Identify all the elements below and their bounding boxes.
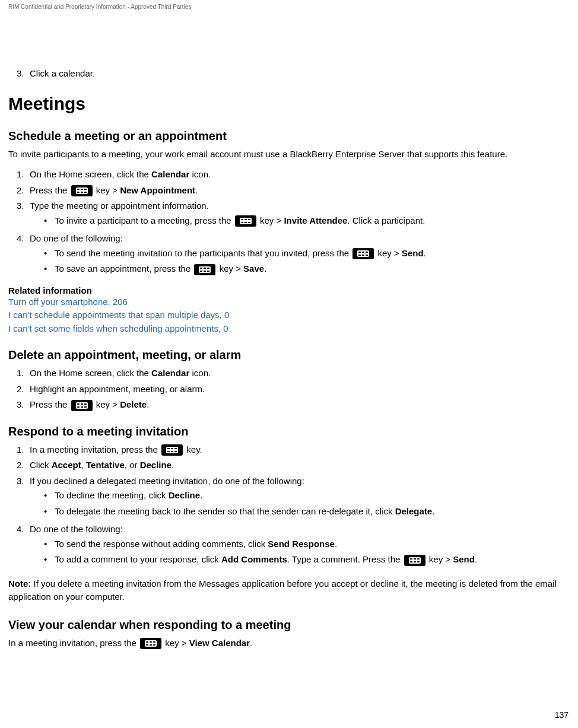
blackberry-menu-key-icon [404, 555, 425, 566]
blackberry-menu-key-icon [161, 444, 183, 456]
confidential-header: RIM Confidential and Proprietary Informa… [8, 0, 570, 10]
heading-meetings: Meetings [8, 94, 570, 114]
step-text: Click a calendar. [30, 67, 570, 81]
blackberry-menu-key-icon [71, 185, 93, 196]
respond-step-4: 4. Do one of the following: • To send th… [17, 523, 570, 569]
top-step-list: 3. Click a calendar. [8, 67, 570, 81]
delete-step-3: 3. Press the key > Delete. [17, 398, 570, 412]
schedule-section: Schedule a meeting or an appointment To … [8, 129, 570, 336]
heading-schedule: Schedule a meeting or an appointment [8, 129, 570, 143]
heading-view-calendar: View your calendar when responding to a … [8, 618, 570, 632]
delete-step-1: 1. On the Home screen, click the Calenda… [17, 367, 570, 380]
related-link-3[interactable]: I can't set some fields when scheduling … [8, 322, 570, 336]
blackberry-menu-key-icon [71, 400, 93, 411]
schedule-step-3-bullet-1: • To invite a participant to a meeting, … [30, 214, 570, 228]
page-number: 137 [555, 710, 569, 720]
related-link-1[interactable]: Turn off your smartphone, 206 [8, 295, 570, 309]
respond-step-4-bullet-1: • To send the response without adding co… [30, 538, 570, 551]
step-number: 3. [17, 67, 30, 81]
heading-respond: Respond to a meeting invitation [8, 425, 570, 438]
schedule-step-4: 4. Do one of the following: • To send th… [17, 232, 570, 278]
schedule-intro: To invite participants to a meeting, you… [8, 148, 570, 161]
related-heading: Related information [8, 285, 570, 295]
heading-delete: Delete an appointment, meeting, or alarm [8, 348, 570, 362]
respond-step-3: 3. If you declined a delegated meeting i… [17, 475, 570, 521]
blackberry-menu-key-icon [140, 638, 161, 649]
blackberry-menu-key-icon [194, 264, 215, 275]
blackberry-menu-key-icon [352, 248, 374, 259]
respond-step-1: 1. In a meeting invitation, press the ke… [17, 443, 570, 457]
view-calendar-text: In a meeting invitation, press the key >… [8, 637, 570, 650]
schedule-step-3: 3. Type the meeting or appointment infor… [17, 199, 570, 230]
page-content: 3. Click a calendar. Meetings Schedule a… [8, 10, 570, 650]
respond-step-2: 2. Click Accept, Tentative, or Decline. [17, 459, 570, 472]
blackberry-menu-key-icon [235, 215, 256, 227]
view-calendar-section: View your calendar when responding to a … [8, 618, 570, 650]
delete-section: Delete an appointment, meeting, or alarm… [8, 348, 570, 412]
respond-step-4-bullet-2: • To add a comment to your response, cli… [30, 553, 570, 567]
delete-step-2: 2. Highlight an appointment, meeting, or… [17, 383, 570, 396]
respond-note: Note: If you delete a meeting invitation… [8, 577, 570, 604]
schedule-step-4-bullet-1: • To send the meeting invitation to the … [30, 247, 570, 260]
respond-step-3-bullet-1: • To decline the meeting, click Decline. [30, 489, 570, 503]
schedule-step-2: 2. Press the key > New Appointment. [17, 184, 570, 198]
respond-section: Respond to a meeting invitation 1. In a … [8, 425, 570, 604]
schedule-step-1: 1. On the Home screen, click the Calenda… [17, 168, 570, 182]
respond-step-3-bullet-2: • To delegate the meeting back to the se… [30, 505, 570, 519]
top-step-3: 3. Click a calendar. [17, 67, 570, 81]
schedule-step-4-bullet-2: • To save an appointment, press the key … [30, 262, 570, 276]
related-link-2[interactable]: I can't schedule appointments that span … [8, 309, 570, 322]
